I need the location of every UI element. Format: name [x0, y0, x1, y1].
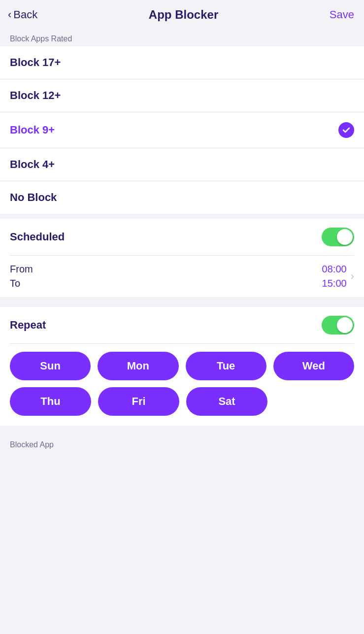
- from-label: From: [10, 264, 33, 275]
- back-button[interactable]: ‹ Back: [8, 8, 37, 21]
- scheduled-label: Scheduled: [10, 231, 65, 243]
- no-block-item[interactable]: No Block: [0, 181, 364, 214]
- app-header: ‹ Back App Blocker Save: [0, 0, 364, 30]
- scheduled-toggle[interactable]: [322, 228, 354, 246]
- repeat-toggle-knob: [337, 317, 353, 333]
- day-tue-button[interactable]: Tue: [186, 352, 266, 380]
- blocked-app-header: Blocked App: [0, 435, 364, 452]
- to-label: To: [10, 278, 33, 289]
- block-17-label: Block 17+: [10, 56, 61, 69]
- day-sun-button[interactable]: Sun: [10, 352, 91, 380]
- block-4-item[interactable]: Block 4+: [0, 148, 364, 181]
- days-grid: Sun Mon Tue Wed Thu Fri Sat: [10, 344, 354, 426]
- block-9-label: Block 9+: [10, 124, 55, 136]
- day-thu-button[interactable]: Thu: [10, 387, 91, 416]
- selected-check-icon: [338, 122, 354, 138]
- day-fri-button[interactable]: Fri: [98, 387, 179, 416]
- blocked-app-section: Blocked App: [0, 435, 364, 452]
- repeat-section: Repeat Sun Mon Tue Wed Thu Fri Sat: [0, 307, 364, 426]
- back-label: Back: [13, 8, 37, 21]
- day-mon-button[interactable]: Mon: [98, 352, 178, 380]
- time-values: 08:00 15:00 ›: [322, 264, 354, 289]
- day-sat-button[interactable]: Sat: [186, 387, 267, 416]
- section-divider-2: [0, 297, 364, 302]
- back-chevron-icon: ‹: [8, 8, 11, 21]
- to-time: 15:00: [322, 278, 347, 289]
- scheduled-section: Scheduled From To 08:00 15:00 ›: [0, 219, 364, 297]
- time-values-inner: 08:00 15:00: [322, 264, 347, 289]
- scheduled-row: Scheduled: [10, 219, 354, 256]
- day-wed-button[interactable]: Wed: [273, 352, 354, 380]
- no-block-label: No Block: [10, 191, 57, 204]
- section-divider-3: [0, 426, 364, 431]
- repeat-toggle[interactable]: [322, 316, 354, 334]
- from-time: 08:00: [322, 264, 347, 275]
- time-range-row[interactable]: From To 08:00 15:00 ›: [10, 256, 354, 297]
- block-17-item[interactable]: Block 17+: [0, 46, 364, 79]
- block-12-label: Block 12+: [10, 89, 61, 102]
- block-apps-section: Block Apps Rated Block 17+ Block 12+ Blo…: [0, 30, 364, 214]
- toggle-knob: [337, 229, 353, 245]
- block-12-item[interactable]: Block 12+: [0, 79, 364, 112]
- block-4-label: Block 4+: [10, 158, 55, 171]
- block-apps-header: Block Apps Rated: [0, 30, 364, 46]
- section-divider: [0, 214, 364, 219]
- block-9-item[interactable]: Block 9+: [0, 112, 364, 148]
- time-chevron-icon: ›: [351, 270, 354, 283]
- save-button[interactable]: Save: [330, 8, 354, 21]
- time-labels: From To: [10, 264, 33, 289]
- repeat-label: Repeat: [10, 319, 46, 332]
- repeat-row: Repeat: [10, 307, 354, 344]
- page-title: App Blocker: [149, 8, 218, 22]
